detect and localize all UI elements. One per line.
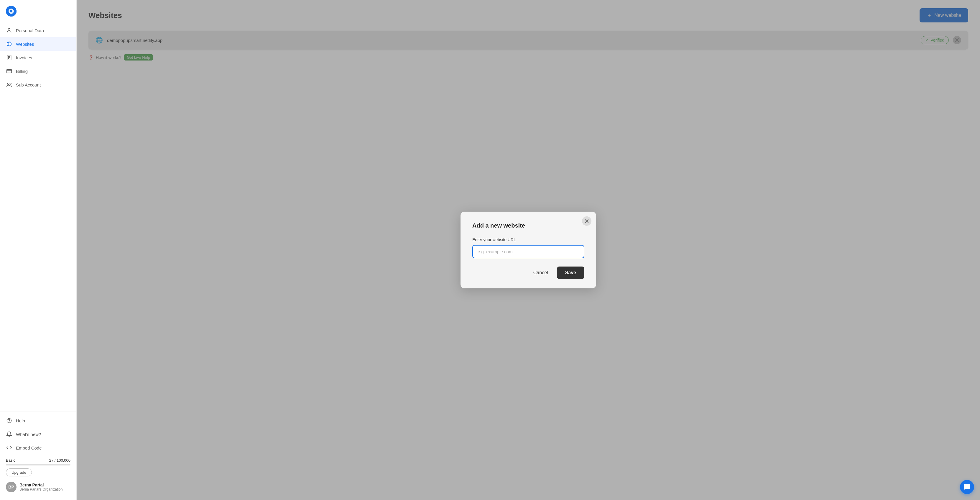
users-icon [6, 81, 13, 88]
plan-name: Basic [6, 458, 15, 463]
sidebar-nav: Personal Data Websites Invo [0, 21, 76, 411]
sidebar-item-whats-new[interactable]: What's new? [0, 427, 76, 441]
cancel-button[interactable]: Cancel [529, 267, 553, 278]
sidebar-item-personal-data[interactable]: Personal Data [0, 24, 76, 37]
globe-icon [6, 41, 13, 47]
svg-point-2 [10, 10, 13, 13]
chat-widget-button[interactable] [960, 480, 974, 494]
plan-section: Basic 27 / 100.000 Upgrade [0, 455, 76, 479]
save-button[interactable]: Save [557, 267, 584, 279]
sidebar-item-invoices[interactable]: Invoices [0, 51, 76, 64]
sidebar-item-embed-code[interactable]: Embed Code [0, 441, 76, 455]
user-org: Berna Partal's Organization [19, 487, 70, 492]
sidebar-item-websites[interactable]: Websites [0, 37, 76, 51]
credit-card-icon [6, 68, 13, 74]
svg-rect-11 [7, 69, 12, 73]
website-url-input[interactable] [473, 245, 584, 258]
sidebar: Personal Data Websites Invo [0, 0, 76, 500]
app-logo [6, 6, 16, 16]
sidebar-item-sub-account[interactable]: Sub Account [0, 78, 76, 91]
modal-label: Enter your website URL [473, 237, 584, 242]
avatar: BP [6, 482, 16, 492]
code-icon [6, 444, 13, 451]
file-icon [6, 54, 13, 61]
svg-point-14 [10, 83, 11, 85]
user-section[interactable]: BP Berna Partal Berna Partal's Organizat… [0, 479, 76, 495]
svg-point-3 [8, 28, 10, 30]
bell-icon [6, 431, 13, 438]
user-icon [6, 27, 13, 34]
plan-usage: 27 / 100.000 [49, 458, 70, 463]
main-area: Websites ＋ New website 🌐 demopopupsmart.… [76, 0, 980, 500]
modal-close-button[interactable] [582, 216, 592, 226]
sidebar-item-help[interactable]: Help [0, 414, 76, 427]
plan-progress-bar [6, 464, 70, 465]
svg-point-13 [8, 83, 10, 85]
modal-title: Add a new website [473, 222, 584, 229]
modal-actions: Cancel Save [473, 267, 584, 279]
user-name: Berna Partal [19, 482, 70, 487]
help-circle-icon [6, 417, 13, 424]
modal-overlay: Add a new website Enter your website URL… [76, 0, 980, 500]
add-website-modal: Add a new website Enter your website URL… [461, 212, 596, 288]
logo-area[interactable] [0, 0, 76, 21]
sidebar-item-billing[interactable]: Billing [0, 64, 76, 78]
upgrade-button[interactable]: Upgrade [6, 468, 32, 476]
user-info: Berna Partal Berna Partal's Organization [19, 482, 70, 492]
sidebar-bottom: Help What's new? Embed Code Basic [0, 411, 76, 500]
